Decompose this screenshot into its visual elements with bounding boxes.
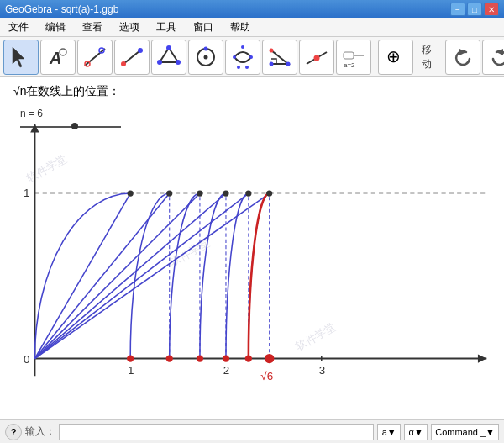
- svg-text:⊕: ⊕: [386, 47, 401, 66]
- svg-point-15: [204, 46, 208, 50]
- menu-edit[interactable]: 编辑: [40, 18, 71, 36]
- svg-point-56: [127, 355, 134, 361]
- svg-text:0: 0: [24, 353, 29, 366]
- conic-tool[interactable]: [225, 40, 260, 75]
- svg-line-49: [34, 193, 248, 359]
- move-graphic-icon: ⊕: [384, 45, 407, 69]
- text-icon: A: [46, 45, 70, 69]
- circle-tool[interactable]: [188, 40, 223, 75]
- polygon-tool[interactable]: [151, 40, 186, 75]
- svg-text:√6: √6: [260, 370, 273, 382]
- svg-marker-36: [30, 124, 39, 132]
- svg-point-61: [265, 354, 274, 363]
- svg-point-59: [223, 355, 229, 361]
- svg-point-60: [245, 355, 252, 361]
- input-label: 输入：: [25, 425, 55, 439]
- alpha-dropdown[interactable]: α ▼: [404, 424, 428, 440]
- superscript-dropdown[interactable]: a ▼: [377, 424, 401, 440]
- redo-button[interactable]: [482, 40, 504, 75]
- svg-point-23: [270, 48, 274, 52]
- status-bar: ? 输入： a ▼ α ▼ Command _ ▼: [0, 419, 504, 443]
- command-input[interactable]: [59, 424, 374, 440]
- window-controls: − □ ✕: [450, 3, 499, 16]
- svg-point-64: [166, 190, 172, 196]
- slider-icon: a=2: [342, 45, 365, 69]
- segment-tool[interactable]: [114, 40, 150, 75]
- svg-text:3: 3: [319, 364, 325, 377]
- menu-bar: 文件 编辑 查看 选项 工具 窗口 帮助: [0, 18, 504, 37]
- svg-point-65: [197, 190, 202, 196]
- app-title: GeoGebra - sqrt(a)-1.ggb: [5, 3, 118, 15]
- maximize-button[interactable]: □: [467, 3, 482, 16]
- svg-point-17: [249, 55, 253, 59]
- svg-point-22: [286, 61, 291, 66]
- menu-help[interactable]: 帮助: [225, 18, 255, 36]
- superscript-arrow: ▼: [387, 427, 396, 437]
- svg-point-16: [233, 55, 236, 59]
- move-tool-label: 移动: [415, 43, 438, 71]
- svg-point-11: [176, 60, 181, 65]
- menu-view[interactable]: 查看: [77, 18, 108, 36]
- menu-file[interactable]: 文件: [3, 18, 34, 36]
- menu-tools[interactable]: 工具: [151, 18, 181, 36]
- svg-line-3: [85, 49, 105, 66]
- line-tool[interactable]: [77, 40, 113, 75]
- toolbar: A: [0, 37, 504, 77]
- command-label: Command _: [435, 427, 486, 437]
- svg-point-14: [204, 55, 208, 59]
- move-graphic-tool[interactable]: ⊕: [378, 40, 413, 75]
- svg-text:1: 1: [24, 187, 29, 199]
- text-tool[interactable]: A: [40, 40, 76, 75]
- menu-options[interactable]: 选项: [114, 18, 144, 36]
- menu-window[interactable]: 窗口: [188, 18, 218, 36]
- svg-marker-31: [496, 49, 503, 55]
- svg-point-68: [266, 190, 272, 196]
- svg-point-8: [138, 48, 143, 53]
- svg-point-58: [197, 355, 203, 361]
- close-button[interactable]: ✕: [484, 3, 499, 16]
- angle-tool[interactable]: [262, 40, 297, 75]
- polygon-icon: [157, 45, 181, 69]
- point-tool[interactable]: [299, 40, 334, 75]
- command-arrow: ▼: [486, 427, 495, 437]
- alpha-arrow: ▼: [414, 427, 423, 437]
- svg-marker-30: [459, 49, 466, 55]
- undo-icon: [451, 45, 475, 69]
- conic-icon: [231, 45, 255, 69]
- svg-point-20: [245, 66, 249, 69]
- svg-point-19: [237, 66, 240, 69]
- cursor-icon: [9, 45, 33, 69]
- svg-line-47: [34, 193, 200, 359]
- svg-point-63: [128, 190, 134, 196]
- minimize-button[interactable]: −: [450, 3, 465, 16]
- command-dropdown[interactable]: Command _ ▼: [431, 424, 499, 440]
- svg-text:1: 1: [128, 364, 134, 377]
- svg-text:a=2: a=2: [344, 61, 355, 69]
- slider-tool[interactable]: a=2: [336, 40, 371, 75]
- svg-line-50: [34, 193, 269, 359]
- svg-point-10: [166, 45, 171, 50]
- svg-point-66: [223, 190, 228, 196]
- svg-point-18: [241, 45, 244, 49]
- canvas-area[interactable]: √n在数线上的位置： n = 6 软件学堂 软件学堂 软件学堂 1: [0, 77, 504, 419]
- angle-icon: [268, 45, 291, 69]
- svg-marker-0: [13, 47, 24, 67]
- redo-icon: [488, 45, 504, 69]
- circle-icon: [194, 45, 218, 69]
- svg-line-45: [34, 193, 130, 359]
- svg-line-6: [123, 50, 140, 64]
- graph-svg: 1 2 3 0 1: [0, 77, 504, 419]
- undo-button[interactable]: [445, 40, 480, 75]
- help-icon: ?: [11, 427, 17, 437]
- svg-point-21: [270, 61, 274, 66]
- title-bar: GeoGebra - sqrt(a)-1.ggb − □ ✕: [0, 0, 504, 18]
- cursor-tool[interactable]: [3, 40, 39, 75]
- point-icon: [305, 45, 328, 69]
- main-area: √n在数线上的位置： n = 6 软件学堂 软件学堂 软件学堂 1: [0, 77, 504, 419]
- help-button[interactable]: ?: [5, 424, 22, 440]
- svg-point-7: [121, 61, 126, 66]
- svg-point-12: [157, 60, 162, 65]
- svg-rect-27: [344, 52, 354, 59]
- svg-point-57: [166, 355, 173, 361]
- svg-text:2: 2: [223, 364, 229, 377]
